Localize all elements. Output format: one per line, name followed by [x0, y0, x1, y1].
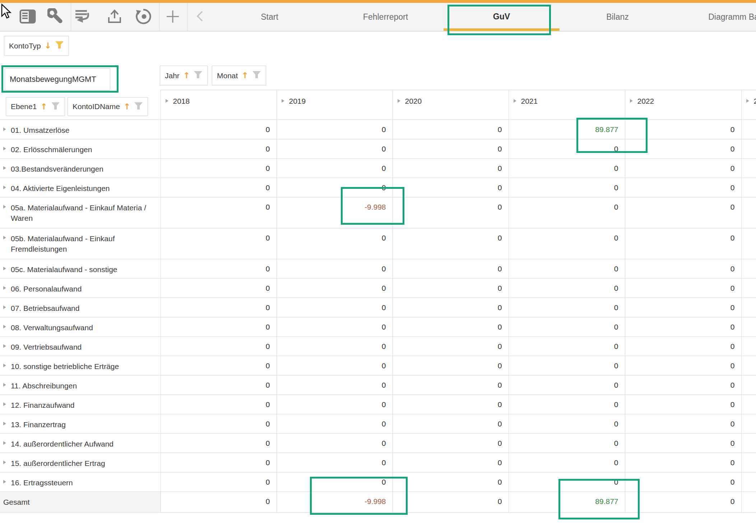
value-cell[interactable]: 0 [393, 414, 509, 434]
value-cell[interactable]: 0 [277, 453, 393, 472]
value-cell[interactable]: 0 [161, 337, 277, 356]
value-cell[interactable]: 0 [509, 317, 625, 337]
value-cell[interactable]: 0 [277, 317, 393, 337]
expand-icon[interactable] [3, 480, 6, 484]
value-cell[interactable]: 0 [161, 453, 277, 472]
value-cell[interactable]: 0 [277, 178, 393, 197]
value-cell[interactable]: 0 [625, 453, 741, 472]
row-label-cell[interactable]: 01. Umsatzerlöse [0, 120, 161, 139]
expand-icon[interactable] [3, 205, 6, 209]
value-cell[interactable]: 0 [161, 197, 277, 228]
row-label-cell[interactable]: 08. Verwaltungsaufwand [0, 317, 161, 337]
value-cell[interactable]: 0 [625, 472, 741, 492]
value-cell[interactable]: 0 [393, 492, 509, 513]
row-label-cell[interactable]: 02. Erlösschmälerungen [0, 139, 161, 159]
expand-icon[interactable] [3, 383, 6, 387]
value-cell[interactable]: 0 [393, 375, 509, 395]
expand-icon[interactable] [3, 344, 6, 348]
row-label-cell[interactable]: 09. Vertriebsaufwand [0, 337, 161, 356]
value-cell[interactable]: 0 [625, 279, 741, 298]
expand-icon[interactable] [3, 127, 6, 131]
value-cell[interactable]: 0 [393, 453, 509, 472]
value-cell[interactable]: 0 [625, 178, 741, 197]
value-cell[interactable]: 0 [393, 298, 509, 317]
value-cell[interactable]: 0 [393, 159, 509, 178]
value-cell[interactable]: 0 [277, 472, 393, 492]
value-cell[interactable]: 0 [509, 279, 625, 298]
measure-box[interactable]: MonatsbewegungMGMT [5, 68, 110, 90]
value-cell[interactable]: 0 [161, 317, 277, 337]
value-cell[interactable]: 0 [625, 298, 741, 317]
year-column-header[interactable]: 2021 [509, 90, 625, 120]
expand-icon[interactable] [3, 441, 6, 445]
expand-icon[interactable] [630, 99, 633, 103]
add-button[interactable] [164, 3, 181, 31]
tab-scroll-left-button[interactable] [188, 3, 212, 31]
value-cell[interactable]: 0 [393, 120, 509, 139]
form-panel-button[interactable] [18, 3, 37, 31]
value-cell[interactable]: 0 [393, 259, 509, 279]
value-cell[interactable]: 0 [277, 139, 393, 159]
value-cell[interactable]: 0 [393, 279, 509, 298]
sort-asc-icon[interactable]: ↑ [40, 103, 47, 111]
funnel-icon[interactable] [55, 41, 64, 51]
value-cell[interactable]: 0 [161, 279, 277, 298]
expand-icon[interactable] [398, 99, 400, 103]
expand-icon[interactable] [3, 186, 6, 189]
value-cell[interactable]: 0 [625, 228, 741, 259]
value-cell[interactable]: 0 [161, 228, 277, 259]
filter-chip-jahr[interactable]: Jahr ↑ [160, 66, 208, 85]
row-label-cell[interactable]: 05a. Materialaufwand - Einkauf Materia /… [0, 197, 161, 228]
value-cell[interactable]: 0 [161, 120, 277, 139]
value-cell[interactable]: -9.998 [277, 197, 393, 228]
filter-chip-ebene1[interactable]: Ebene1 ↑ [6, 97, 65, 116]
value-cell[interactable]: 0 [161, 178, 277, 197]
value-cell[interactable]: 0 [277, 120, 393, 139]
value-cell[interactable]: 0 [277, 356, 393, 375]
year-column-header[interactable]: 2018 [161, 90, 277, 120]
value-cell[interactable]: 0 [161, 434, 277, 453]
value-cell[interactable]: 0 [393, 139, 509, 159]
value-cell[interactable]: 0 [625, 356, 741, 375]
value-cell[interactable]: 0 [509, 337, 625, 356]
value-cell[interactable]: 0 [393, 317, 509, 337]
row-label-cell[interactable]: 16. Ertragssteuern [0, 472, 161, 492]
sort-asc-icon[interactable]: ↑ [124, 103, 130, 111]
funnel-icon[interactable] [134, 102, 143, 112]
value-cell[interactable]: 0 [277, 259, 393, 279]
value-cell[interactable]: 0 [509, 434, 625, 453]
value-cell[interactable]: 0 [509, 298, 625, 317]
filter-chip-monat[interactable]: Monat ↑ [212, 66, 266, 85]
value-cell[interactable]: 0 [393, 395, 509, 414]
filter-chip-kontotyp[interactable]: KontoTyp ↓ [4, 36, 69, 56]
value-cell[interactable]: 0 [161, 259, 277, 279]
expand-icon[interactable] [3, 286, 6, 290]
expand-icon[interactable] [746, 99, 749, 103]
value-cell[interactable]: 0 [509, 453, 625, 472]
value-cell[interactable]: 0 [161, 472, 277, 492]
upload-button[interactable] [106, 3, 124, 31]
tab-bilanz[interactable]: Bilanz [560, 3, 676, 31]
expand-icon[interactable] [3, 147, 6, 150]
value-cell[interactable]: 0 [625, 434, 741, 453]
expand-icon[interactable] [3, 166, 6, 170]
sort-asc-icon[interactable]: ↑ [183, 71, 190, 80]
value-cell[interactable]: 0 [509, 259, 625, 279]
value-cell[interactable]: 0 [161, 492, 277, 513]
row-label-cell[interactable]: 14. außerordentlicher Aufwand [0, 434, 161, 453]
value-cell[interactable]: 0 [393, 197, 509, 228]
value-cell[interactable]: 0 [509, 139, 625, 159]
value-cell[interactable]: 0 [277, 337, 393, 356]
row-label-cell[interactable]: 10. sonstige betriebliche Erträge [0, 356, 161, 375]
value-cell[interactable]: 0 [509, 228, 625, 259]
sort-desc-icon[interactable]: ↓ [45, 42, 51, 50]
value-cell[interactable]: 0 [393, 337, 509, 356]
value-cell[interactable]: 89.877 [509, 492, 625, 513]
value-cell[interactable]: 0 [161, 395, 277, 414]
expand-icon[interactable] [3, 325, 6, 328]
value-cell[interactable]: 0 [509, 356, 625, 375]
value-cell[interactable]: 0 [625, 259, 741, 279]
value-cell[interactable]: 0 [277, 298, 393, 317]
expand-icon[interactable] [3, 364, 6, 367]
row-label-cell[interactable]: 05c. Materialaufwand - sonstige [0, 259, 161, 279]
